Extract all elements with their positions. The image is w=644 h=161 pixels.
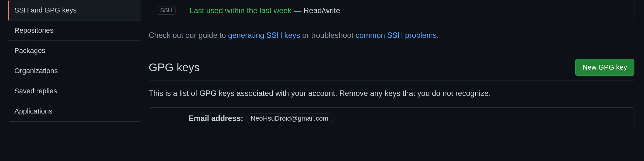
gpg-section-header: GPG keys New GPG key (149, 59, 634, 81)
sidebar-item-applications[interactable]: Applications (8, 101, 141, 121)
main-content: SSH Last used within the last week — Rea… (149, 0, 644, 161)
gpg-email-row: Email address: NeoHsuDroid@gmail.com (189, 114, 626, 123)
ssh-key-info: Last used within the last week — Read/wr… (190, 6, 340, 15)
ssh-access-level: — Read/write (292, 6, 340, 15)
guide-prefix: Check out our guide to (149, 31, 228, 39)
generating-ssh-keys-link[interactable]: generating SSH keys (228, 31, 300, 39)
sidebar-item-organizations[interactable]: Organizations (8, 61, 141, 81)
settings-sidebar: SSH and GPG keys Repositories Packages O… (0, 0, 149, 161)
guide-middle: or troubleshoot (300, 31, 356, 39)
new-gpg-key-button[interactable]: New GPG key (575, 59, 634, 76)
gpg-section-title: GPG keys (149, 61, 200, 74)
common-ssh-problems-link[interactable]: common SSH problems (356, 31, 436, 39)
gpg-section-description: This is a list of GPG keys associated wi… (149, 89, 634, 98)
ssh-guide-text: Check out our guide to generating SSH ke… (149, 31, 634, 40)
sidebar-item-packages[interactable]: Packages (8, 41, 141, 61)
sidebar-item-saved-replies[interactable]: Saved replies (8, 81, 141, 101)
ssh-key-card: SSH Last used within the last week — Rea… (149, 0, 634, 21)
ssh-badge: SSH (157, 6, 176, 15)
sidebar-item-ssh-gpg-keys[interactable]: SSH and GPG keys (8, 0, 141, 21)
sidebar-list: SSH and GPG keys Repositories Packages O… (8, 0, 141, 122)
ssh-last-used: Last used within the last week (190, 6, 292, 15)
gpg-email-label: Email address: (189, 114, 243, 123)
sidebar-item-repositories[interactable]: Repositories (8, 21, 141, 41)
gpg-key-card: Email address: NeoHsuDroid@gmail.com (149, 107, 634, 129)
guide-suffix: . (436, 31, 439, 39)
gpg-email-value: NeoHsuDroid@gmail.com (246, 114, 333, 123)
